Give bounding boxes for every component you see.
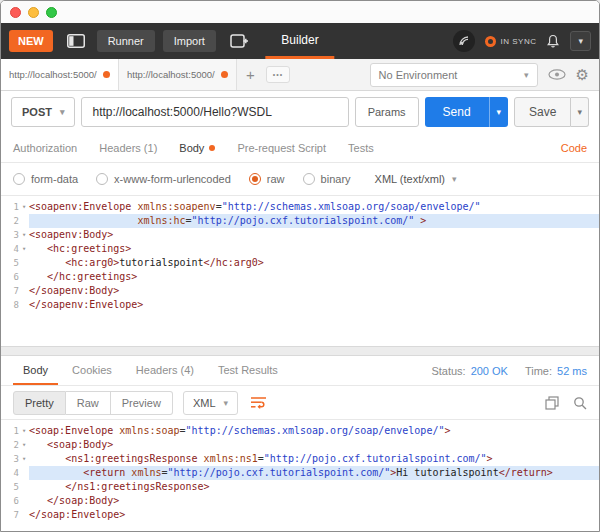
method-select[interactable]: POST ▾ — [11, 97, 75, 127]
fold-spacer — [19, 256, 29, 270]
tab-label: Body — [179, 142, 204, 154]
request-tab-1[interactable]: http://localhost:5000/ — [1, 59, 119, 90]
header-right-controls: IN SYNC ▾ — [453, 30, 591, 52]
code-text: <soapenv:Body> — [29, 228, 599, 242]
code-text: <ns1:greetingsResponse xmlns:ns1="http:/… — [29, 452, 599, 466]
tab-tests[interactable]: Tests — [348, 142, 374, 154]
send-dropdown-button[interactable]: ▾ — [489, 97, 509, 127]
radio-icon — [13, 173, 25, 185]
request-tab-2[interactable]: http://localhost:5000/ — [119, 59, 237, 90]
response-section-tabs: Body Cookies Headers (4) Test Results St… — [1, 356, 599, 386]
environment-quicklook-icon[interactable] — [548, 69, 566, 80]
tab-headers[interactable]: Headers (1) — [99, 142, 157, 154]
zoom-window-button[interactable] — [46, 7, 57, 18]
line-number: 1 — [1, 200, 19, 214]
view-raw-button[interactable]: Raw — [66, 391, 111, 415]
copy-icon[interactable] — [545, 396, 559, 410]
code-line: 2▾ <soap:Body> — [1, 438, 599, 452]
status-value: 200 OK — [471, 365, 508, 377]
radio-icon — [249, 173, 261, 185]
runner-button[interactable]: Runner — [97, 30, 155, 52]
tab-builder[interactable]: Builder — [265, 23, 334, 59]
fold-spacer — [19, 270, 29, 284]
fold-arrow-icon[interactable]: ▾ — [19, 424, 29, 438]
request-url-row: POST ▾ http://localhost:5000/Hello?WSDL … — [1, 91, 599, 133]
line-number: 1 — [1, 424, 19, 438]
code-text: <return xmlns="http://pojo.cxf.tutorials… — [29, 466, 599, 480]
body-mode-raw[interactable]: raw — [249, 173, 285, 185]
fold-arrow-icon[interactable]: ▾ — [19, 200, 29, 214]
response-tab-headers[interactable]: Headers (4) — [126, 356, 204, 385]
request-tab-label: http://localhost:5000/ — [9, 69, 98, 80]
response-body-editor[interactable]: 1▾<soap:Envelope xmlns:soap="http://sche… — [1, 420, 599, 531]
code-text: </soap:Body> — [29, 494, 599, 508]
tab-authorization[interactable]: Authorization — [13, 142, 77, 154]
body-mode-form-data[interactable]: form-data — [13, 173, 78, 185]
new-window-icon[interactable] — [224, 30, 255, 52]
body-mode-urlencoded[interactable]: x-www-form-urlencoded — [96, 173, 231, 185]
code-line: 4 <return xmlns="http://pojo.cxf.tutoria… — [1, 466, 599, 480]
tab-body[interactable]: Body — [179, 142, 215, 154]
tab-label: Pre-request Script — [237, 142, 326, 154]
radio-icon — [96, 173, 108, 185]
content-type-select[interactable]: XML (text/xml) ▾ — [369, 169, 463, 189]
notifications-bell-icon[interactable] — [546, 34, 560, 49]
minimize-window-button[interactable] — [28, 7, 39, 18]
interceptor-icon[interactable] — [453, 30, 475, 52]
import-button[interactable]: Import — [163, 30, 216, 52]
settings-gear-icon[interactable]: ⚙ — [576, 67, 589, 82]
sync-status[interactable]: IN SYNC — [485, 36, 537, 47]
response-tab-body[interactable]: Body — [13, 356, 58, 385]
code-text: </soapenv:Body> — [29, 284, 599, 298]
response-tab-test-results[interactable]: Test Results — [208, 356, 288, 385]
tab-label: Headers (4) — [136, 364, 194, 376]
tab-label: Test Results — [218, 364, 278, 376]
save-button[interactable]: Save — [514, 97, 571, 127]
tab-pre-request-script[interactable]: Pre-request Script — [237, 142, 326, 154]
code-line: 1▾<soapenv:Envelope xmlns:soapenv="http:… — [1, 200, 599, 214]
view-pretty-button[interactable]: Pretty — [13, 391, 66, 415]
send-button-group: Send ▾ — [425, 97, 509, 127]
save-dropdown-button[interactable]: ▾ — [571, 97, 589, 127]
chevron-down-icon: ▾ — [524, 70, 529, 80]
fold-arrow-icon[interactable]: ▾ — [19, 242, 29, 256]
code-text: </ns1:greetingsResponse> — [29, 480, 599, 494]
status-label: Status: — [431, 365, 465, 377]
sidebar-toggle-icon[interactable] — [61, 30, 91, 52]
tab-label: Headers (1) — [99, 142, 157, 154]
search-icon[interactable] — [573, 396, 587, 410]
fold-arrow-icon[interactable]: ▾ — [19, 228, 29, 242]
content-type-value: XML (text/xml) — [375, 173, 446, 185]
code-line: 7</soapenv:Body> — [1, 284, 599, 298]
close-window-button[interactable] — [10, 7, 21, 18]
line-number: 4 — [1, 242, 19, 256]
tab-overflow-button[interactable]: ••• — [266, 66, 290, 83]
code-line: 4▾ <hc:greetings> — [1, 242, 599, 256]
code-line: 1▾<soap:Envelope xmlns:soap="http://sche… — [1, 424, 599, 438]
pane-divider[interactable] — [1, 346, 599, 356]
response-format-select[interactable]: XML ▾ — [183, 391, 238, 415]
request-body-editor[interactable]: 1▾<soapenv:Envelope xmlns:soapenv="http:… — [1, 196, 599, 346]
new-tab-button[interactable]: + — [237, 59, 264, 90]
response-tab-cookies[interactable]: Cookies — [62, 356, 122, 385]
chevron-down-icon: ▾ — [224, 398, 229, 408]
new-button[interactable]: NEW — [9, 30, 53, 52]
header-menu-button[interactable]: ▾ — [570, 31, 591, 51]
body-mode-binary[interactable]: binary — [303, 173, 351, 185]
send-button[interactable]: Send — [425, 97, 489, 127]
code-line: 7</soap:Envelope> — [1, 508, 599, 522]
params-button[interactable]: Params — [355, 97, 419, 127]
code-text: </soapenv:Envelope> — [29, 298, 599, 312]
word-wrap-icon[interactable] — [250, 396, 267, 409]
url-value: http://localhost:5000/Hello?WSDL — [92, 105, 271, 119]
url-input[interactable]: http://localhost:5000/Hello?WSDL — [81, 97, 348, 127]
environment-selector[interactable]: No Environment ▾ — [370, 63, 538, 87]
code-text: </hc:greetings> — [29, 270, 599, 284]
fold-arrow-icon[interactable]: ▾ — [19, 438, 29, 452]
line-number: 6 — [1, 494, 19, 508]
fold-arrow-icon[interactable]: ▾ — [19, 452, 29, 466]
view-preview-button[interactable]: Preview — [111, 391, 173, 415]
code-link[interactable]: Code — [561, 142, 587, 154]
code-line: 3▾<soapenv:Body> — [1, 228, 599, 242]
tab-label: Tests — [348, 142, 374, 154]
